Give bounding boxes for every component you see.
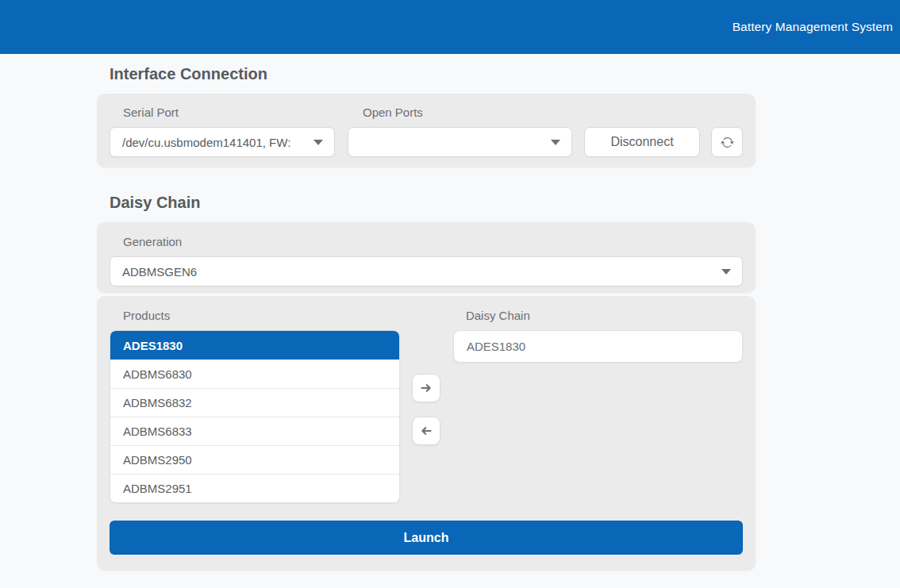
generation-select[interactable]: ADBMSGEN6 <box>110 256 743 286</box>
daisy-chain-list-label: Daisy Chain <box>466 309 743 323</box>
products-column: Products ADES1830 ADBMS6830 ADBMS6832 AD… <box>110 309 400 503</box>
product-item-adbms2950[interactable]: ADBMS2950 <box>110 445 399 474</box>
daisy-chain-column: Daisy Chain ADES1830 <box>453 309 743 503</box>
open-ports-label: Open Ports <box>363 106 423 120</box>
product-item-adbms6833[interactable]: ADBMS6833 <box>110 417 399 445</box>
serial-port-value: /dev/cu.usbmodem141401, FW: <box>122 136 290 149</box>
main-content: Interface Connection Serial Port Open Po… <box>97 54 756 571</box>
daisy-chain-list[interactable]: ADES1830 <box>453 330 743 363</box>
launch-button[interactable]: Launch <box>110 521 743 555</box>
daisy-chain-item: ADES1830 <box>467 340 525 353</box>
arrow-right-icon <box>420 382 433 394</box>
products-panel: Products ADES1830 ADBMS6830 ADBMS6832 AD… <box>97 296 756 571</box>
product-item-adbms2951[interactable]: ADBMS2951 <box>110 474 399 502</box>
chevron-down-icon <box>721 269 731 275</box>
page: Battery Management System Interface Conn… <box>0 0 900 588</box>
interface-connection-panel: Serial Port Open Ports /dev/cu.usbmodem1… <box>97 94 756 167</box>
generation-panel: Generation ADBMSGEN6 <box>97 222 756 293</box>
add-to-chain-button[interactable] <box>412 374 440 402</box>
open-ports-select[interactable] <box>348 127 572 157</box>
top-navbar: Battery Management System <box>0 0 900 54</box>
chevron-down-icon <box>551 140 560 145</box>
disconnect-button[interactable]: Disconnect <box>584 127 700 157</box>
disconnect-button-label: Disconnect <box>610 135 673 149</box>
arrow-left-icon <box>420 425 433 437</box>
refresh-button[interactable] <box>711 127 743 157</box>
product-item-ades1830[interactable]: ADES1830 <box>110 331 399 359</box>
generation-value: ADBMSGEN6 <box>122 265 197 279</box>
remove-from-chain-button[interactable] <box>412 417 440 445</box>
product-item-adbms6830[interactable]: ADBMS6830 <box>110 359 399 388</box>
serial-port-label: Serial Port <box>123 106 349 120</box>
transfer-arrows-column <box>400 309 453 503</box>
generation-label: Generation <box>123 235 743 249</box>
interface-connection-title: Interface Connection <box>110 54 756 83</box>
products-label: Products <box>123 309 400 323</box>
refresh-icon <box>721 136 734 149</box>
daisy-chain-title: Daisy Chain <box>110 194 756 212</box>
product-item-adbms6832[interactable]: ADBMS6832 <box>110 388 399 417</box>
app-title: Battery Management System <box>733 20 893 34</box>
serial-port-select[interactable]: /dev/cu.usbmodem141401, FW: <box>110 127 335 157</box>
launch-button-label: Launch <box>404 531 449 545</box>
products-list: ADES1830 ADBMS6830 ADBMS6832 ADBMS6833 A… <box>110 330 400 503</box>
chevron-down-icon <box>313 140 323 145</box>
